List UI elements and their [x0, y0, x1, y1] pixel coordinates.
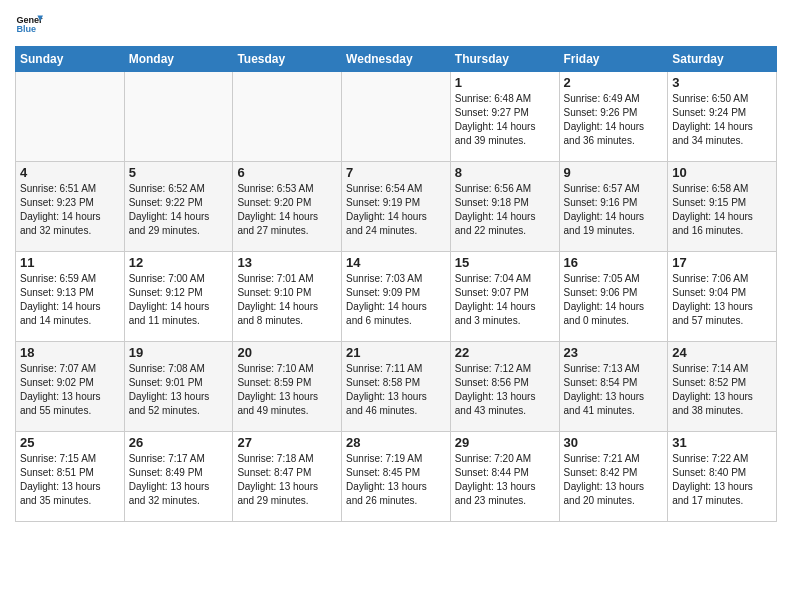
day-cell: 24Sunrise: 7:14 AMSunset: 8:52 PMDayligh…: [668, 342, 777, 432]
col-header-tuesday: Tuesday: [233, 47, 342, 72]
day-info: Sunrise: 6:48 AMSunset: 9:27 PMDaylight:…: [455, 92, 555, 148]
day-number: 21: [346, 345, 446, 360]
day-number: 20: [237, 345, 337, 360]
day-info: Sunrise: 7:22 AMSunset: 8:40 PMDaylight:…: [672, 452, 772, 508]
day-number: 4: [20, 165, 120, 180]
col-header-thursday: Thursday: [450, 47, 559, 72]
day-number: 18: [20, 345, 120, 360]
day-cell: 21Sunrise: 7:11 AMSunset: 8:58 PMDayligh…: [342, 342, 451, 432]
day-number: 16: [564, 255, 664, 270]
day-number: 13: [237, 255, 337, 270]
day-number: 24: [672, 345, 772, 360]
day-info: Sunrise: 6:49 AMSunset: 9:26 PMDaylight:…: [564, 92, 664, 148]
day-number: 31: [672, 435, 772, 450]
week-row-5: 25Sunrise: 7:15 AMSunset: 8:51 PMDayligh…: [16, 432, 777, 522]
day-cell: 26Sunrise: 7:17 AMSunset: 8:49 PMDayligh…: [124, 432, 233, 522]
day-info: Sunrise: 7:10 AMSunset: 8:59 PMDaylight:…: [237, 362, 337, 418]
day-number: 29: [455, 435, 555, 450]
day-number: 2: [564, 75, 664, 90]
day-cell: [233, 72, 342, 162]
col-header-sunday: Sunday: [16, 47, 125, 72]
day-info: Sunrise: 7:04 AMSunset: 9:07 PMDaylight:…: [455, 272, 555, 328]
day-info: Sunrise: 7:01 AMSunset: 9:10 PMDaylight:…: [237, 272, 337, 328]
day-cell: [342, 72, 451, 162]
day-cell: 12Sunrise: 7:00 AMSunset: 9:12 PMDayligh…: [124, 252, 233, 342]
day-cell: 1Sunrise: 6:48 AMSunset: 9:27 PMDaylight…: [450, 72, 559, 162]
day-info: Sunrise: 6:59 AMSunset: 9:13 PMDaylight:…: [20, 272, 120, 328]
day-cell: 11Sunrise: 6:59 AMSunset: 9:13 PMDayligh…: [16, 252, 125, 342]
day-cell: 14Sunrise: 7:03 AMSunset: 9:09 PMDayligh…: [342, 252, 451, 342]
day-cell: 8Sunrise: 6:56 AMSunset: 9:18 PMDaylight…: [450, 162, 559, 252]
day-number: 17: [672, 255, 772, 270]
day-cell: 5Sunrise: 6:52 AMSunset: 9:22 PMDaylight…: [124, 162, 233, 252]
day-cell: 10Sunrise: 6:58 AMSunset: 9:15 PMDayligh…: [668, 162, 777, 252]
day-info: Sunrise: 7:07 AMSunset: 9:02 PMDaylight:…: [20, 362, 120, 418]
day-number: 30: [564, 435, 664, 450]
day-cell: 6Sunrise: 6:53 AMSunset: 9:20 PMDaylight…: [233, 162, 342, 252]
day-info: Sunrise: 7:11 AMSunset: 8:58 PMDaylight:…: [346, 362, 446, 418]
day-cell: 22Sunrise: 7:12 AMSunset: 8:56 PMDayligh…: [450, 342, 559, 432]
day-info: Sunrise: 7:14 AMSunset: 8:52 PMDaylight:…: [672, 362, 772, 418]
day-cell: 13Sunrise: 7:01 AMSunset: 9:10 PMDayligh…: [233, 252, 342, 342]
day-number: 26: [129, 435, 229, 450]
day-cell: 16Sunrise: 7:05 AMSunset: 9:06 PMDayligh…: [559, 252, 668, 342]
day-info: Sunrise: 6:57 AMSunset: 9:16 PMDaylight:…: [564, 182, 664, 238]
week-row-3: 11Sunrise: 6:59 AMSunset: 9:13 PMDayligh…: [16, 252, 777, 342]
day-info: Sunrise: 6:56 AMSunset: 9:18 PMDaylight:…: [455, 182, 555, 238]
day-number: 27: [237, 435, 337, 450]
day-info: Sunrise: 7:18 AMSunset: 8:47 PMDaylight:…: [237, 452, 337, 508]
header: General Blue: [15, 10, 777, 38]
day-cell: 31Sunrise: 7:22 AMSunset: 8:40 PMDayligh…: [668, 432, 777, 522]
day-cell: [16, 72, 125, 162]
day-info: Sunrise: 6:52 AMSunset: 9:22 PMDaylight:…: [129, 182, 229, 238]
day-cell: 19Sunrise: 7:08 AMSunset: 9:01 PMDayligh…: [124, 342, 233, 432]
col-header-saturday: Saturday: [668, 47, 777, 72]
day-number: 6: [237, 165, 337, 180]
day-cell: 23Sunrise: 7:13 AMSunset: 8:54 PMDayligh…: [559, 342, 668, 432]
day-cell: 27Sunrise: 7:18 AMSunset: 8:47 PMDayligh…: [233, 432, 342, 522]
week-row-1: 1Sunrise: 6:48 AMSunset: 9:27 PMDaylight…: [16, 72, 777, 162]
day-number: 1: [455, 75, 555, 90]
col-header-friday: Friday: [559, 47, 668, 72]
day-cell: 2Sunrise: 6:49 AMSunset: 9:26 PMDaylight…: [559, 72, 668, 162]
day-info: Sunrise: 7:13 AMSunset: 8:54 PMDaylight:…: [564, 362, 664, 418]
day-info: Sunrise: 7:21 AMSunset: 8:42 PMDaylight:…: [564, 452, 664, 508]
week-row-2: 4Sunrise: 6:51 AMSunset: 9:23 PMDaylight…: [16, 162, 777, 252]
day-number: 19: [129, 345, 229, 360]
calendar-table: SundayMondayTuesdayWednesdayThursdayFrid…: [15, 46, 777, 522]
day-cell: [124, 72, 233, 162]
day-info: Sunrise: 7:19 AMSunset: 8:45 PMDaylight:…: [346, 452, 446, 508]
day-info: Sunrise: 7:12 AMSunset: 8:56 PMDaylight:…: [455, 362, 555, 418]
day-number: 12: [129, 255, 229, 270]
day-number: 25: [20, 435, 120, 450]
day-info: Sunrise: 7:00 AMSunset: 9:12 PMDaylight:…: [129, 272, 229, 328]
day-info: Sunrise: 7:08 AMSunset: 9:01 PMDaylight:…: [129, 362, 229, 418]
day-cell: 15Sunrise: 7:04 AMSunset: 9:07 PMDayligh…: [450, 252, 559, 342]
day-cell: 17Sunrise: 7:06 AMSunset: 9:04 PMDayligh…: [668, 252, 777, 342]
day-cell: 4Sunrise: 6:51 AMSunset: 9:23 PMDaylight…: [16, 162, 125, 252]
day-number: 9: [564, 165, 664, 180]
day-number: 8: [455, 165, 555, 180]
day-info: Sunrise: 7:03 AMSunset: 9:09 PMDaylight:…: [346, 272, 446, 328]
day-number: 3: [672, 75, 772, 90]
day-cell: 3Sunrise: 6:50 AMSunset: 9:24 PMDaylight…: [668, 72, 777, 162]
day-info: Sunrise: 7:05 AMSunset: 9:06 PMDaylight:…: [564, 272, 664, 328]
day-number: 7: [346, 165, 446, 180]
col-header-monday: Monday: [124, 47, 233, 72]
day-cell: 9Sunrise: 6:57 AMSunset: 9:16 PMDaylight…: [559, 162, 668, 252]
day-info: Sunrise: 6:53 AMSunset: 9:20 PMDaylight:…: [237, 182, 337, 238]
day-cell: 30Sunrise: 7:21 AMSunset: 8:42 PMDayligh…: [559, 432, 668, 522]
day-number: 15: [455, 255, 555, 270]
header-row: SundayMondayTuesdayWednesdayThursdayFrid…: [16, 47, 777, 72]
svg-text:Blue: Blue: [16, 24, 36, 34]
day-cell: 28Sunrise: 7:19 AMSunset: 8:45 PMDayligh…: [342, 432, 451, 522]
week-row-4: 18Sunrise: 7:07 AMSunset: 9:02 PMDayligh…: [16, 342, 777, 432]
day-number: 28: [346, 435, 446, 450]
day-info: Sunrise: 6:54 AMSunset: 9:19 PMDaylight:…: [346, 182, 446, 238]
day-info: Sunrise: 6:58 AMSunset: 9:15 PMDaylight:…: [672, 182, 772, 238]
day-cell: 20Sunrise: 7:10 AMSunset: 8:59 PMDayligh…: [233, 342, 342, 432]
logo-icon: General Blue: [15, 10, 43, 38]
day-info: Sunrise: 6:50 AMSunset: 9:24 PMDaylight:…: [672, 92, 772, 148]
day-number: 11: [20, 255, 120, 270]
logo: General Blue: [15, 10, 43, 38]
